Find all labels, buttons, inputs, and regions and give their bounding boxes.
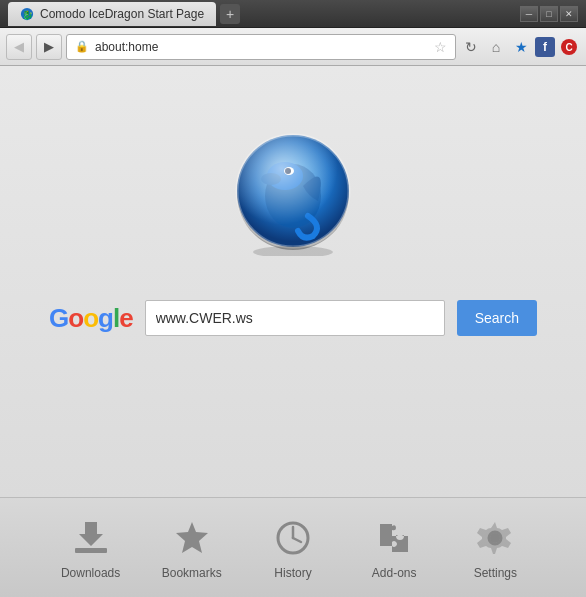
svg-text:C: C [565, 42, 572, 53]
settings-item[interactable]: Settings [455, 516, 535, 580]
svg-rect-14 [75, 548, 107, 553]
addons-label: Add-ons [372, 566, 417, 580]
nav-bar: ◀ ▶ 🔒 ☆ ↻ ⌂ ★ f C [0, 28, 586, 66]
bookmarks-icon [170, 516, 214, 560]
close-button[interactable]: ✕ [560, 6, 578, 22]
forward-icon: ▶ [44, 39, 54, 54]
address-bar[interactable]: 🔒 ☆ [66, 34, 456, 60]
comodo-icon: C [560, 38, 578, 56]
google-letter-o1: o [68, 303, 83, 333]
main-content: Google Search Downloads Bookmarks [0, 66, 586, 597]
window-controls: ─ □ ✕ [520, 6, 578, 22]
tab-favicon: 🐉 [20, 7, 34, 21]
bookmarks-button[interactable]: ★ [510, 36, 532, 58]
search-input[interactable] [145, 300, 445, 336]
tab-title: Comodo IceDragon Start Page [40, 7, 204, 21]
home-button[interactable]: ⌂ [485, 36, 507, 58]
svg-line-19 [293, 538, 301, 542]
minimize-button[interactable]: ─ [520, 6, 538, 22]
downloads-label: Downloads [61, 566, 120, 580]
svg-point-13 [253, 246, 333, 256]
bookmarks-label: Bookmarks [162, 566, 222, 580]
history-label: History [274, 566, 311, 580]
comodo-button[interactable]: C [558, 36, 580, 58]
google-letter-g2: g [98, 303, 113, 333]
addons-icon [372, 516, 416, 560]
google-letter-g1: G [49, 303, 68, 333]
lock-icon: 🔒 [75, 40, 89, 53]
back-button[interactable]: ◀ [6, 34, 32, 60]
settings-icon [473, 516, 517, 560]
forward-button[interactable]: ▶ [36, 34, 62, 60]
bookmark-star-icon[interactable]: ☆ [434, 39, 447, 55]
history-icon [271, 516, 315, 560]
svg-marker-16 [176, 522, 208, 553]
settings-label: Settings [474, 566, 517, 580]
bookmarks-item[interactable]: Bookmarks [152, 516, 232, 580]
maximize-button[interactable]: □ [540, 6, 558, 22]
google-logo: Google [49, 303, 133, 334]
search-button[interactable]: Search [457, 300, 537, 336]
active-tab[interactable]: 🐉 Comodo IceDragon Start Page [8, 2, 216, 26]
back-icon: ◀ [14, 39, 24, 54]
address-input[interactable] [95, 40, 428, 54]
facebook-button[interactable]: f [535, 37, 555, 57]
google-letter-e: e [119, 303, 132, 333]
dragon-logo [228, 126, 358, 256]
reload-button[interactable]: ↻ [460, 36, 482, 58]
svg-text:🐉: 🐉 [22, 8, 33, 20]
downloads-icon [69, 516, 113, 560]
downloads-item[interactable]: Downloads [51, 516, 131, 580]
history-item[interactable]: History [253, 516, 333, 580]
title-bar: 🐉 Comodo IceDragon Start Page + ─ □ ✕ [0, 0, 586, 28]
bottom-icons-bar: Downloads Bookmarks History [0, 497, 586, 597]
svg-marker-15 [79, 522, 103, 546]
addons-item[interactable]: Add-ons [354, 516, 434, 580]
new-tab-button[interactable]: + [220, 4, 240, 24]
search-area: Google Search [49, 300, 537, 336]
nav-right-icons: ↻ ⌂ ★ f C [460, 36, 580, 58]
google-letter-o2: o [83, 303, 98, 333]
logo-area [228, 126, 358, 260]
